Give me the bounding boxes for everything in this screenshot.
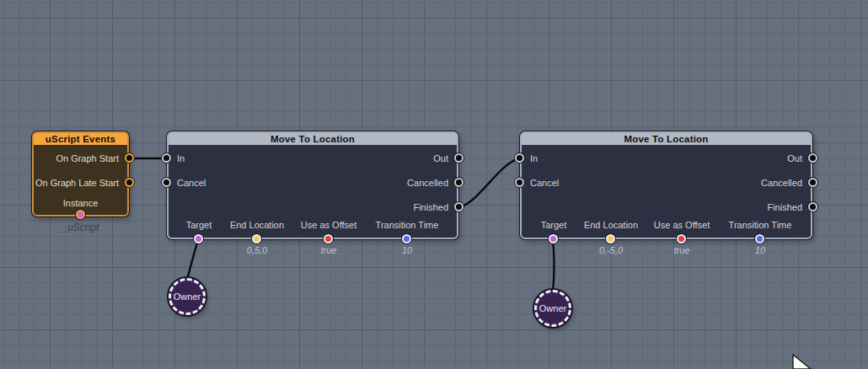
port-use-as-offset[interactable] (677, 234, 686, 243)
node-header[interactable]: Move To Location (522, 133, 811, 145)
port-on-graph-start[interactable] (125, 153, 134, 163)
port-target[interactable] (194, 234, 203, 243)
output-label-on-graph-late-start: On Graph Late Start (35, 176, 119, 190)
param-label-transition-time: Transition Time (356, 220, 458, 230)
port-out[interactable] (454, 153, 463, 163)
wire-owner2-to-target[interactable] (553, 239, 555, 291)
param-value-transition-time: 10 (356, 245, 458, 255)
port-use-as-offset[interactable] (324, 234, 333, 243)
node-owner-variable-2[interactable]: Owner (534, 290, 571, 327)
param-value-transition-time: 10 (710, 245, 811, 255)
output-label-out: Out (433, 152, 448, 165)
node-move-to-location-2[interactable]: Move To Location In Cancel Out Cancelled… (520, 131, 812, 239)
port-out[interactable] (808, 153, 817, 163)
node-uscript-events[interactable]: uScript Events On Graph Start On Graph L… (32, 131, 129, 217)
node-header[interactable]: Move To Location (169, 133, 457, 145)
param-label-transition-time: Transition Time (710, 220, 811, 230)
port-in[interactable] (515, 153, 524, 163)
output-label-cancelled: Cancelled (761, 176, 802, 190)
port-cancel[interactable] (162, 178, 171, 187)
owner-label: Owner (169, 278, 206, 315)
port-instance[interactable] (76, 210, 85, 219)
port-end-location[interactable] (252, 234, 261, 243)
wire-finished-to-in[interactable] (458, 158, 520, 207)
output-label-on-graph-start: On Graph Start (56, 152, 119, 165)
output-label-finished: Finished (413, 201, 448, 214)
instance-label: Instance (34, 196, 127, 210)
input-label-in: In (530, 152, 538, 165)
port-finished[interactable] (808, 202, 817, 211)
node-header[interactable]: uScript Events (34, 133, 127, 145)
output-label-cancelled: Cancelled (407, 176, 448, 190)
port-transition-time[interactable] (755, 234, 764, 243)
input-label-in: In (177, 152, 185, 165)
events-node-caption: _uScript (32, 222, 129, 233)
node-move-to-location-1[interactable]: Move To Location In Cancel Out Cancelled… (167, 131, 458, 239)
input-label-cancel: Cancel (530, 176, 559, 190)
port-end-location[interactable] (606, 234, 615, 243)
port-cancel[interactable] (515, 178, 524, 187)
owner-label: Owner (534, 290, 571, 327)
output-label-finished: Finished (767, 201, 802, 214)
graph-canvas[interactable]: uScript Events On Graph Start On Graph L… (0, 0, 868, 369)
port-target[interactable] (549, 234, 558, 243)
port-cancelled[interactable] (808, 178, 817, 187)
port-on-graph-late-start[interactable] (125, 178, 134, 187)
port-in[interactable] (162, 153, 171, 163)
port-cancelled[interactable] (454, 178, 463, 187)
port-transition-time[interactable] (402, 234, 411, 243)
node-owner-variable-1[interactable]: Owner (169, 278, 206, 315)
port-finished[interactable] (454, 202, 463, 211)
output-label-out: Out (787, 152, 802, 165)
wire-owner1-to-target[interactable] (187, 239, 198, 280)
input-label-cancel: Cancel (177, 176, 206, 190)
